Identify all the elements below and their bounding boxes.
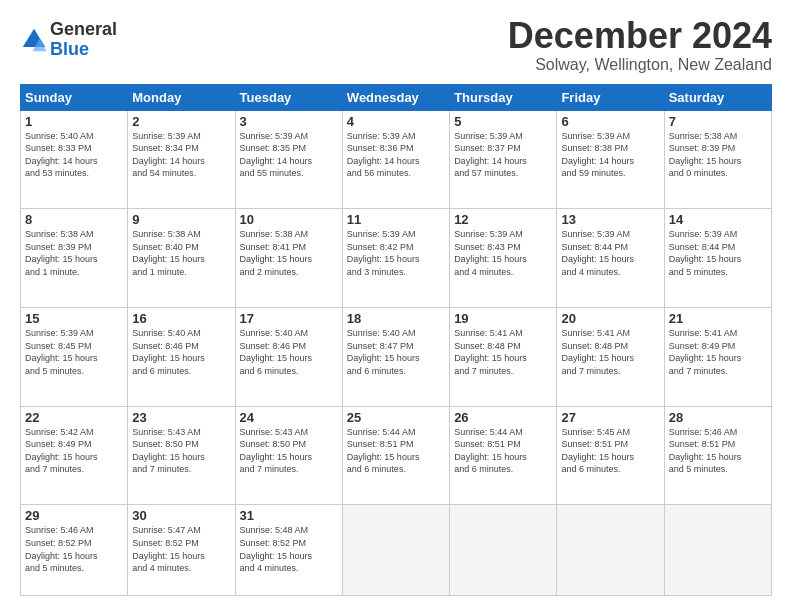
calendar-cell: 22Sunrise: 5:42 AM Sunset: 8:49 PM Dayli… [21,406,128,505]
col-monday: Monday [128,84,235,110]
calendar-cell: 5Sunrise: 5:39 AM Sunset: 8:37 PM Daylig… [450,110,557,209]
day-info: Sunrise: 5:41 AM Sunset: 8:48 PM Dayligh… [454,327,552,377]
day-info: Sunrise: 5:43 AM Sunset: 8:50 PM Dayligh… [240,426,338,476]
day-info: Sunrise: 5:41 AM Sunset: 8:49 PM Dayligh… [669,327,767,377]
day-number: 29 [25,508,123,523]
day-number: 20 [561,311,659,326]
calendar-cell: 11Sunrise: 5:39 AM Sunset: 8:42 PM Dayli… [342,209,449,308]
calendar-cell: 17Sunrise: 5:40 AM Sunset: 8:46 PM Dayli… [235,308,342,407]
day-number: 22 [25,410,123,425]
day-info: Sunrise: 5:47 AM Sunset: 8:52 PM Dayligh… [132,524,230,574]
day-info: Sunrise: 5:39 AM Sunset: 8:42 PM Dayligh… [347,228,445,278]
day-info: Sunrise: 5:39 AM Sunset: 8:36 PM Dayligh… [347,130,445,180]
logo-line1: General [50,20,117,40]
day-number: 26 [454,410,552,425]
day-info: Sunrise: 5:40 AM Sunset: 8:47 PM Dayligh… [347,327,445,377]
day-number: 23 [132,410,230,425]
day-info: Sunrise: 5:38 AM Sunset: 8:40 PM Dayligh… [132,228,230,278]
day-number: 19 [454,311,552,326]
day-info: Sunrise: 5:39 AM Sunset: 8:38 PM Dayligh… [561,130,659,180]
logo: General Blue [20,20,117,60]
day-number: 25 [347,410,445,425]
calendar-cell: 13Sunrise: 5:39 AM Sunset: 8:44 PM Dayli… [557,209,664,308]
calendar-cell: 26Sunrise: 5:44 AM Sunset: 8:51 PM Dayli… [450,406,557,505]
calendar-cell [450,505,557,596]
day-number: 1 [25,114,123,129]
day-number: 27 [561,410,659,425]
calendar-cell: 10Sunrise: 5:38 AM Sunset: 8:41 PM Dayli… [235,209,342,308]
day-number: 12 [454,212,552,227]
calendar-cell: 28Sunrise: 5:46 AM Sunset: 8:51 PM Dayli… [664,406,771,505]
calendar-cell [557,505,664,596]
calendar-week-1: 8Sunrise: 5:38 AM Sunset: 8:39 PM Daylig… [21,209,772,308]
day-info: Sunrise: 5:39 AM Sunset: 8:37 PM Dayligh… [454,130,552,180]
calendar-cell: 2Sunrise: 5:39 AM Sunset: 8:34 PM Daylig… [128,110,235,209]
day-info: Sunrise: 5:39 AM Sunset: 8:45 PM Dayligh… [25,327,123,377]
calendar-week-0: 1Sunrise: 5:40 AM Sunset: 8:33 PM Daylig… [21,110,772,209]
calendar-cell [664,505,771,596]
calendar-cell: 27Sunrise: 5:45 AM Sunset: 8:51 PM Dayli… [557,406,664,505]
day-info: Sunrise: 5:45 AM Sunset: 8:51 PM Dayligh… [561,426,659,476]
day-number: 6 [561,114,659,129]
month-title: December 2024 [508,16,772,56]
title-block: December 2024 Solway, Wellington, New Ze… [508,16,772,74]
day-info: Sunrise: 5:38 AM Sunset: 8:39 PM Dayligh… [25,228,123,278]
day-info: Sunrise: 5:40 AM Sunset: 8:46 PM Dayligh… [240,327,338,377]
logo-icon [20,26,48,54]
header: General Blue December 2024 Solway, Welli… [20,16,772,74]
page: General Blue December 2024 Solway, Welli… [0,0,792,612]
calendar-cell: 1Sunrise: 5:40 AM Sunset: 8:33 PM Daylig… [21,110,128,209]
calendar-cell [342,505,449,596]
day-info: Sunrise: 5:40 AM Sunset: 8:33 PM Dayligh… [25,130,123,180]
day-info: Sunrise: 5:46 AM Sunset: 8:51 PM Dayligh… [669,426,767,476]
col-friday: Friday [557,84,664,110]
day-info: Sunrise: 5:44 AM Sunset: 8:51 PM Dayligh… [347,426,445,476]
day-number: 4 [347,114,445,129]
day-number: 31 [240,508,338,523]
day-number: 17 [240,311,338,326]
calendar-week-3: 22Sunrise: 5:42 AM Sunset: 8:49 PM Dayli… [21,406,772,505]
day-number: 24 [240,410,338,425]
calendar-cell: 25Sunrise: 5:44 AM Sunset: 8:51 PM Dayli… [342,406,449,505]
day-info: Sunrise: 5:38 AM Sunset: 8:39 PM Dayligh… [669,130,767,180]
day-number: 18 [347,311,445,326]
calendar-cell: 18Sunrise: 5:40 AM Sunset: 8:47 PM Dayli… [342,308,449,407]
calendar-cell: 6Sunrise: 5:39 AM Sunset: 8:38 PM Daylig… [557,110,664,209]
day-info: Sunrise: 5:38 AM Sunset: 8:41 PM Dayligh… [240,228,338,278]
calendar-week-2: 15Sunrise: 5:39 AM Sunset: 8:45 PM Dayli… [21,308,772,407]
day-info: Sunrise: 5:42 AM Sunset: 8:49 PM Dayligh… [25,426,123,476]
col-wednesday: Wednesday [342,84,449,110]
day-info: Sunrise: 5:39 AM Sunset: 8:35 PM Dayligh… [240,130,338,180]
day-number: 2 [132,114,230,129]
calendar-cell: 4Sunrise: 5:39 AM Sunset: 8:36 PM Daylig… [342,110,449,209]
calendar-cell: 31Sunrise: 5:48 AM Sunset: 8:52 PM Dayli… [235,505,342,596]
logo-line2: Blue [50,40,117,60]
day-info: Sunrise: 5:46 AM Sunset: 8:52 PM Dayligh… [25,524,123,574]
day-number: 3 [240,114,338,129]
calendar-cell: 19Sunrise: 5:41 AM Sunset: 8:48 PM Dayli… [450,308,557,407]
day-number: 5 [454,114,552,129]
col-tuesday: Tuesday [235,84,342,110]
calendar-cell: 8Sunrise: 5:38 AM Sunset: 8:39 PM Daylig… [21,209,128,308]
day-number: 16 [132,311,230,326]
col-saturday: Saturday [664,84,771,110]
calendar-week-4: 29Sunrise: 5:46 AM Sunset: 8:52 PM Dayli… [21,505,772,596]
calendar-cell: 15Sunrise: 5:39 AM Sunset: 8:45 PM Dayli… [21,308,128,407]
day-info: Sunrise: 5:39 AM Sunset: 8:34 PM Dayligh… [132,130,230,180]
day-number: 28 [669,410,767,425]
calendar-cell: 9Sunrise: 5:38 AM Sunset: 8:40 PM Daylig… [128,209,235,308]
day-number: 9 [132,212,230,227]
calendar-cell: 29Sunrise: 5:46 AM Sunset: 8:52 PM Dayli… [21,505,128,596]
day-info: Sunrise: 5:43 AM Sunset: 8:50 PM Dayligh… [132,426,230,476]
calendar-header-row: Sunday Monday Tuesday Wednesday Thursday… [21,84,772,110]
calendar-cell: 16Sunrise: 5:40 AM Sunset: 8:46 PM Dayli… [128,308,235,407]
day-info: Sunrise: 5:48 AM Sunset: 8:52 PM Dayligh… [240,524,338,574]
location: Solway, Wellington, New Zealand [508,56,772,74]
calendar-cell: 12Sunrise: 5:39 AM Sunset: 8:43 PM Dayli… [450,209,557,308]
col-sunday: Sunday [21,84,128,110]
day-info: Sunrise: 5:39 AM Sunset: 8:43 PM Dayligh… [454,228,552,278]
day-number: 11 [347,212,445,227]
day-number: 21 [669,311,767,326]
day-number: 7 [669,114,767,129]
day-number: 14 [669,212,767,227]
